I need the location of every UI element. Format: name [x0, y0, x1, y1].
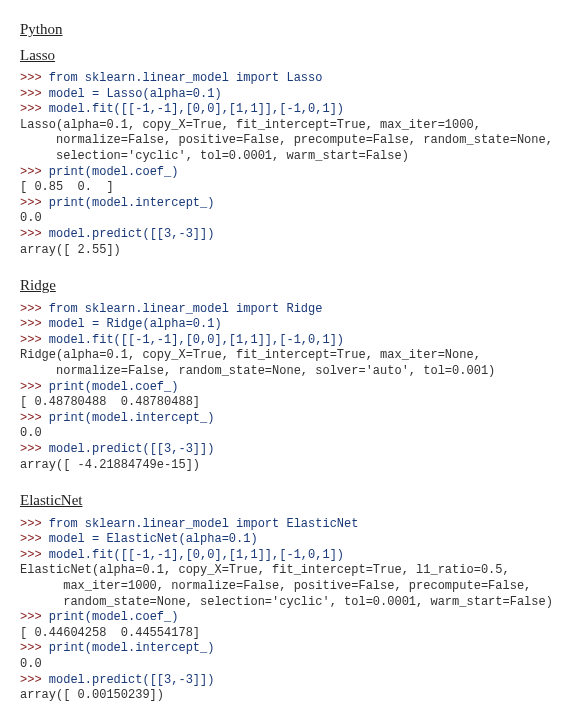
code-block: >>> from sklearn.linear_model import Las… [20, 71, 563, 258]
code-line: >>> model.predict([[3,-3]]) [20, 442, 563, 458]
repl-output: normalize=False, random_state=None, solv… [20, 364, 495, 378]
repl-prompt: >>> [20, 442, 49, 456]
repl-output: 0.0 [20, 211, 42, 225]
repl-prompt: >>> [20, 102, 49, 116]
repl-input: model = ElasticNet(alpha=0.1) [49, 532, 258, 546]
repl-output: max_iter=1000, normalize=False, positive… [20, 579, 531, 593]
section-title: Lasso [20, 46, 563, 66]
code-line: selection='cyclic', tol=0.0001, warm_sta… [20, 149, 563, 165]
code-line: >>> model.fit([[-1,-1],[0,0],[1,1]],[-1,… [20, 102, 563, 118]
repl-prompt: >>> [20, 71, 49, 85]
code-line: 0.0 [20, 426, 563, 442]
section-title: Ridge [20, 276, 563, 296]
code-line: >>> model.predict([[3,-3]]) [20, 673, 563, 689]
code-line: 0.0 [20, 211, 563, 227]
code-line: Lasso(alpha=0.1, copy_X=True, fit_interc… [20, 118, 563, 134]
repl-prompt: >>> [20, 548, 49, 562]
code-line: array([ 2.55]) [20, 243, 563, 259]
repl-input: model.fit([[-1,-1],[0,0],[1,1]],[-1,0,1]… [49, 333, 344, 347]
section-title: ElasticNet [20, 491, 563, 511]
code-line: random_state=None, selection='cyclic', t… [20, 595, 563, 611]
code-line: array([ 0.00150239]) [20, 688, 563, 704]
repl-prompt: >>> [20, 380, 49, 394]
repl-prompt: >>> [20, 411, 49, 425]
code-block: >>> from sklearn.linear_model import Ela… [20, 517, 563, 704]
code-line: >>> model.fit([[-1,-1],[0,0],[1,1]],[-1,… [20, 548, 563, 564]
repl-output: random_state=None, selection='cyclic', t… [20, 595, 553, 609]
repl-input: model = Lasso(alpha=0.1) [49, 87, 222, 101]
repl-prompt: >>> [20, 317, 49, 331]
code-line: 0.0 [20, 657, 563, 673]
repl-prompt: >>> [20, 227, 49, 241]
repl-output: array([ -4.21884749e-15]) [20, 458, 200, 472]
code-line: >>> print(model.coef_) [20, 380, 563, 396]
repl-output: 0.0 [20, 657, 42, 671]
code-line: >>> from sklearn.linear_model import Las… [20, 71, 563, 87]
code-line: >>> model = ElasticNet(alpha=0.1) [20, 532, 563, 548]
repl-input: model.fit([[-1,-1],[0,0],[1,1]],[-1,0,1]… [49, 548, 344, 562]
code-line: >>> print(model.intercept_) [20, 641, 563, 657]
repl-input: print(model.coef_) [49, 165, 179, 179]
code-line: ElasticNet(alpha=0.1, copy_X=True, fit_i… [20, 563, 563, 579]
repl-prompt: >>> [20, 196, 49, 210]
repl-input: print(model.coef_) [49, 380, 179, 394]
code-line: >>> from sklearn.linear_model import Ela… [20, 517, 563, 533]
repl-input: print(model.intercept_) [49, 411, 215, 425]
repl-input: from sklearn.linear_model import Ridge [49, 302, 323, 316]
repl-input: print(model.intercept_) [49, 641, 215, 655]
repl-input: from sklearn.linear_model import Elastic… [49, 517, 359, 531]
repl-output: 0.0 [20, 426, 42, 440]
repl-input: model = Ridge(alpha=0.1) [49, 317, 222, 331]
repl-output: selection='cyclic', tol=0.0001, warm_sta… [20, 149, 409, 163]
repl-output: [ 0.85 0. ] [20, 180, 114, 194]
code-line: >>> model.predict([[3,-3]]) [20, 227, 563, 243]
repl-prompt: >>> [20, 673, 49, 687]
code-line: >>> print(model.coef_) [20, 610, 563, 626]
code-line: >>> print(model.intercept_) [20, 411, 563, 427]
repl-prompt: >>> [20, 532, 49, 546]
code-line: Ridge(alpha=0.1, copy_X=True, fit_interc… [20, 348, 563, 364]
code-line: >>> print(model.intercept_) [20, 196, 563, 212]
code-line: [ 0.48780488 0.48780488] [20, 395, 563, 411]
repl-prompt: >>> [20, 641, 49, 655]
repl-output: array([ 0.00150239]) [20, 688, 164, 702]
repl-output: ElasticNet(alpha=0.1, copy_X=True, fit_i… [20, 563, 510, 577]
repl-input: print(model.intercept_) [49, 196, 215, 210]
code-line: >>> model = Ridge(alpha=0.1) [20, 317, 563, 333]
code-line: normalize=False, positive=False, precomp… [20, 133, 563, 149]
repl-input: print(model.coef_) [49, 610, 179, 624]
code-line: array([ -4.21884749e-15]) [20, 458, 563, 474]
repl-prompt: >>> [20, 517, 49, 531]
repl-output: array([ 2.55]) [20, 243, 121, 257]
repl-output: Ridge(alpha=0.1, copy_X=True, fit_interc… [20, 348, 481, 362]
repl-input: model.predict([[3,-3]]) [49, 442, 215, 456]
code-line: normalize=False, random_state=None, solv… [20, 364, 563, 380]
repl-input: model.fit([[-1,-1],[0,0],[1,1]],[-1,0,1]… [49, 102, 344, 116]
repl-prompt: >>> [20, 610, 49, 624]
repl-output: [ 0.44604258 0.44554178] [20, 626, 200, 640]
repl-prompt: >>> [20, 87, 49, 101]
code-block: >>> from sklearn.linear_model import Rid… [20, 302, 563, 474]
repl-prompt: >>> [20, 302, 49, 316]
repl-input: model.predict([[3,-3]]) [49, 673, 215, 687]
code-line: >>> from sklearn.linear_model import Rid… [20, 302, 563, 318]
code-line: >>> print(model.coef_) [20, 165, 563, 181]
code-line: [ 0.44604258 0.44554178] [20, 626, 563, 642]
code-line: >>> model.fit([[-1,-1],[0,0],[1,1]],[-1,… [20, 333, 563, 349]
repl-prompt: >>> [20, 333, 49, 347]
repl-output: Lasso(alpha=0.1, copy_X=True, fit_interc… [20, 118, 481, 132]
repl-output: [ 0.48780488 0.48780488] [20, 395, 200, 409]
repl-output: normalize=False, positive=False, precomp… [20, 133, 553, 147]
page-title: Python [20, 20, 563, 40]
repl-input: from sklearn.linear_model import Lasso [49, 71, 323, 85]
code-line: [ 0.85 0. ] [20, 180, 563, 196]
repl-prompt: >>> [20, 165, 49, 179]
code-line: max_iter=1000, normalize=False, positive… [20, 579, 563, 595]
code-line: >>> model = Lasso(alpha=0.1) [20, 87, 563, 103]
repl-input: model.predict([[3,-3]]) [49, 227, 215, 241]
